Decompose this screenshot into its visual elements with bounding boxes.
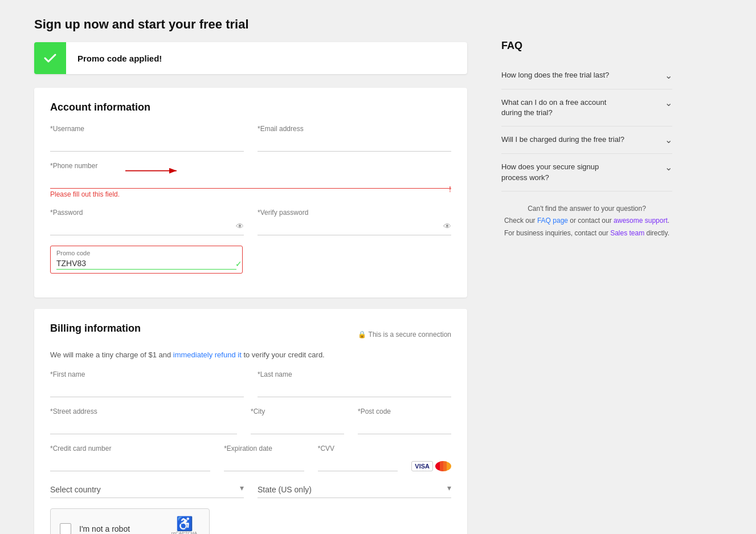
account-section-title: Account information [50, 101, 451, 113]
faq-chevron-1: ⌄ [665, 70, 672, 81]
last-name-input[interactable] [258, 381, 451, 397]
cvv-label: *CVV [318, 445, 398, 453]
email-label: *Email address [258, 125, 451, 133]
support-link[interactable]: awesome support [614, 217, 668, 225]
faq-question-2: What can I do on a free account during t… [501, 97, 627, 118]
city-field: *City [251, 407, 344, 434]
last-name-label: *Last name [258, 370, 451, 378]
promo-code-input[interactable] [56, 258, 236, 270]
faq-item-3[interactable]: Will I be charged during the free trial?… [501, 127, 672, 154]
expiry-label: *Expiration date [224, 445, 304, 453]
recaptcha-brand: reCAPTCHA [171, 531, 197, 534]
username-input[interactable] [50, 135, 244, 152]
expiry-input[interactable] [224, 455, 304, 471]
verify-password-eye-icon[interactable]: 👁 [443, 222, 451, 231]
password-field: *Password 👁 [50, 209, 244, 235]
recaptcha-icon: ♿ [176, 517, 193, 531]
recaptcha-checkbox[interactable] [60, 523, 71, 534]
faq-chevron-3: ⌄ [665, 134, 672, 145]
phone-error-msg: Please fill out this field. [50, 190, 451, 198]
first-name-label: *First name [50, 370, 244, 378]
faq-section: FAQ How long does the free trial last? ⌄… [501, 17, 672, 534]
recaptcha-label: I'm not a robot [79, 524, 161, 533]
username-field: *Username [50, 125, 244, 152]
billing-section: Billing information 🔒 This is a secure c… [34, 309, 467, 534]
sales-link[interactable]: Sales team [610, 229, 644, 237]
phone-input[interactable] [50, 172, 451, 189]
cc-label: *Credit card number [50, 445, 210, 453]
recaptcha-box[interactable]: I'm not a robot ♿ reCAPTCHA Privacy - Te… [50, 508, 210, 534]
postcode-input[interactable] [358, 418, 451, 434]
promo-code-label: Promo code [56, 250, 236, 256]
faq-contact-line1: Can't find the answer to your question? [501, 203, 672, 215]
cc-input[interactable] [50, 455, 210, 471]
password-eye-icon[interactable]: 👁 [236, 222, 244, 231]
promo-success-icon: ✓ [235, 259, 242, 268]
state-field[interactable]: State (US only) ▾ [258, 482, 451, 498]
country-row: Select country ▾ State (US only) ▾ [50, 482, 451, 498]
promo-applied-text: Promo code applied! [66, 44, 173, 72]
verify-password-label: *Verify password [258, 209, 451, 217]
verify-password-input[interactable] [258, 219, 451, 235]
last-name-field: *Last name [258, 370, 451, 397]
password-label: *Password [50, 209, 244, 217]
email-input[interactable] [258, 135, 451, 152]
recaptcha-logo: ♿ reCAPTCHA Privacy - Terms [169, 517, 200, 534]
visa-icon: VISA [411, 461, 433, 471]
country-field[interactable]: Select country ▾ [50, 482, 244, 498]
phone-error-icon: ! [449, 185, 451, 194]
phone-row: *Phone number ! Please fill out this fie… [50, 162, 451, 198]
cc-field: *Credit card number [50, 445, 210, 471]
country-select[interactable]: Select country [50, 482, 244, 498]
card-icons: VISA [411, 461, 451, 471]
phone-label: *Phone number [50, 162, 451, 170]
postcode-label: *Post code [358, 407, 451, 415]
first-name-field: *First name [50, 370, 244, 397]
expiry-field: *Expiration date [224, 445, 304, 471]
faq-item-4[interactable]: How does your secure signup process work… [501, 154, 672, 191]
first-name-input[interactable] [50, 381, 244, 397]
secure-label: 🔒 This is a secure connection [358, 331, 451, 339]
city-input[interactable] [251, 418, 344, 434]
username-email-row: *Username *Email address [50, 125, 451, 152]
promo-check-icon [34, 42, 66, 74]
cvv-input[interactable] [318, 455, 398, 471]
billing-subtitle: We will make a tiny charge of $1 and imm… [50, 350, 451, 359]
faq-contact-line2: Check our FAQ page or contact our awesom… [501, 215, 672, 227]
lock-icon: 🔒 [358, 331, 366, 339]
promo-code-field: Promo code ✓ [50, 246, 243, 274]
cvv-field: *CVV [318, 445, 398, 471]
street-input[interactable] [50, 418, 237, 434]
faq-question-3: Will I be charged during the free trial? [501, 134, 624, 145]
faq-title: FAQ [501, 40, 672, 52]
promo-code-row: Promo code ✓ [50, 246, 451, 274]
billing-section-title: Billing information [50, 323, 141, 335]
account-section: Account information *Username *Email add… [34, 88, 467, 297]
email-field: *Email address [258, 125, 451, 152]
card-row: *Credit card number *Expiration date *CV… [50, 445, 451, 471]
password-input[interactable] [50, 219, 244, 235]
password-row: *Password 👁 *Verify password 👁 [50, 209, 451, 235]
faq-chevron-4: ⌄ [665, 162, 672, 173]
address-row: *Street address *City *Post code [50, 407, 451, 434]
promo-banner: Promo code applied! [34, 42, 467, 74]
faq-page-link[interactable]: FAQ page [537, 217, 568, 225]
faq-question-4: How does your secure signup process work… [501, 162, 627, 182]
city-label: *City [251, 407, 344, 415]
mastercard-icon [435, 461, 451, 471]
faq-chevron-2: ⌄ [665, 97, 672, 108]
street-field: *Street address [50, 407, 237, 434]
username-label: *Username [50, 125, 244, 133]
phone-field: *Phone number ! Please fill out this fie… [50, 162, 451, 198]
faq-item-2[interactable]: What can I do on a free account during t… [501, 89, 672, 127]
faq-question-1: How long does the free trial last? [501, 70, 609, 80]
faq-contact-line3: For business inquiries, contact our Sale… [501, 227, 672, 240]
billing-header: Billing information 🔒 This is a secure c… [50, 323, 451, 346]
street-label: *Street address [50, 407, 237, 415]
state-select[interactable]: State (US only) [258, 482, 451, 498]
postcode-field: *Post code [358, 407, 451, 434]
name-row: *First name *Last name [50, 370, 451, 397]
faq-item-1[interactable]: How long does the free trial last? ⌄ [501, 62, 672, 89]
page-title: Sign up now and start your free trial [34, 17, 467, 32]
faq-contact: Can't find the answer to your question? … [501, 203, 672, 240]
